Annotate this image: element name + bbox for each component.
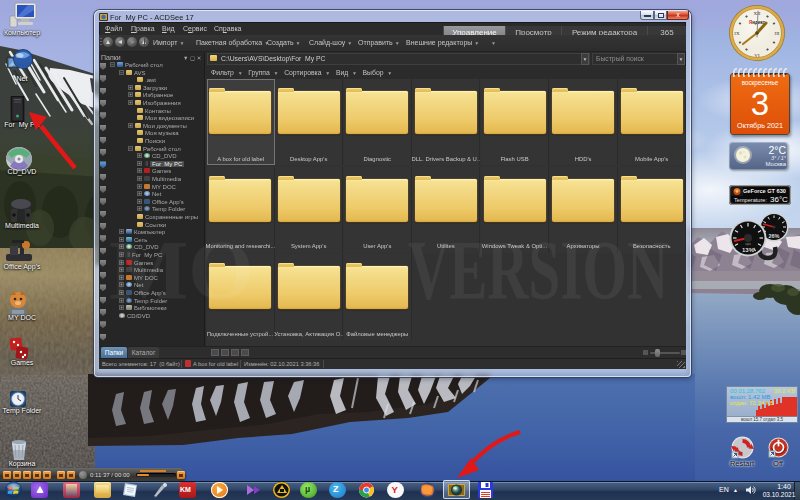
svg-text:IX: IX bbox=[734, 31, 740, 36]
svg-text:13%: 13% bbox=[742, 247, 755, 253]
svg-text:XII: XII bbox=[754, 11, 761, 16]
svg-text:VI: VI bbox=[754, 53, 760, 58]
svg-text:cpu: cpu bbox=[745, 242, 751, 246]
svg-text:26%: 26% bbox=[768, 233, 779, 239]
svg-text:III: III bbox=[775, 31, 780, 36]
